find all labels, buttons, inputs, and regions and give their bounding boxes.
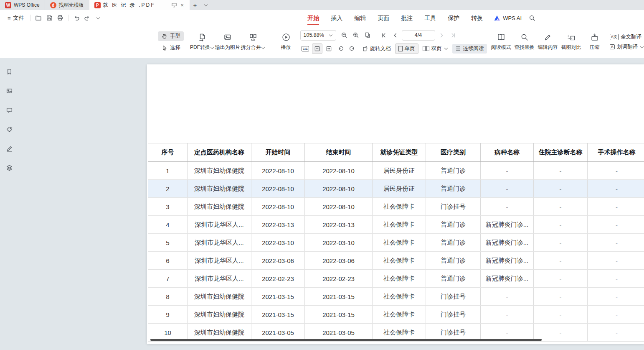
column-header: 医疗类别 xyxy=(426,143,481,162)
chevron-down-icon xyxy=(444,46,447,50)
open-file-button[interactable] xyxy=(33,13,44,23)
horizontal-scrollbar[interactable] xyxy=(150,339,542,341)
split-merge-button[interactable]: 拆分合并 xyxy=(241,31,266,53)
rotate-right-button[interactable] xyxy=(347,43,357,54)
menu-tab-开始[interactable]: 开始 xyxy=(302,10,325,26)
next-page-button[interactable] xyxy=(436,30,447,41)
monitor-icon[interactable] xyxy=(171,2,177,8)
reading-mode-button[interactable]: 阅读模式 xyxy=(489,31,513,53)
tab-docer-templates[interactable]: d 找稻壳模板 xyxy=(45,0,89,10)
zoom-level-select[interactable]: 105.88% xyxy=(300,30,336,41)
table-cell: - xyxy=(534,270,588,288)
rotate-document-button[interactable]: 旋转文档 xyxy=(359,44,394,54)
menu-tabs: 开始插入编辑页面批注工具保护转换 xyxy=(302,10,489,26)
actual-size-button[interactable]: 1:1 xyxy=(300,43,311,54)
full-text-translate-label: 全文翻译 xyxy=(621,33,641,41)
word-translate-icon: A xyxy=(610,44,615,49)
menu-tab-保护[interactable]: 保护 xyxy=(442,10,465,26)
play-button[interactable]: 播放 xyxy=(274,31,298,53)
translate-icon: A文 xyxy=(610,34,619,40)
hand-tool-button[interactable]: 手型 xyxy=(158,31,184,41)
divider xyxy=(270,32,270,51)
select-tool-label: 选择 xyxy=(170,44,180,51)
prev-page-button[interactable] xyxy=(390,30,401,41)
undo-button[interactable] xyxy=(71,13,82,23)
first-page-button[interactable] xyxy=(378,30,389,41)
tab-wps-office-label: WPS Office xyxy=(14,2,40,8)
comment-icon[interactable] xyxy=(4,105,14,115)
table-cell: 2022-03-13 xyxy=(305,216,373,234)
pdf-convert-button[interactable]: PDF转换 xyxy=(190,31,215,53)
table-cell: - xyxy=(588,180,644,198)
wps-ai-button[interactable]: WPS AI xyxy=(489,15,527,21)
zoom-in-button[interactable] xyxy=(351,30,361,41)
file-menu-label: 文件 xyxy=(13,14,24,22)
table-cell: - xyxy=(588,270,644,288)
layers-icon[interactable] xyxy=(4,163,14,173)
menu-tab-转换[interactable]: 转换 xyxy=(465,10,489,26)
fit-width-button[interactable] xyxy=(324,43,334,54)
compress-button[interactable]: 压缩 xyxy=(583,31,606,53)
export-image-label: 输出为图片 xyxy=(215,44,240,51)
thumbnail-icon[interactable] xyxy=(4,86,14,96)
table-cell: - xyxy=(534,216,588,234)
table-cell: 深圳市妇幼保健院 xyxy=(188,162,251,180)
tag-icon[interactable] xyxy=(4,124,14,134)
continuous-reading-label: 连续阅读 xyxy=(463,45,484,52)
close-tab-icon[interactable]: × xyxy=(180,2,185,8)
table-cell: - xyxy=(481,288,534,306)
double-page-button[interactable]: 双页 xyxy=(420,44,451,54)
print-button[interactable] xyxy=(55,13,66,23)
menu-tab-页面[interactable]: 页面 xyxy=(372,10,395,26)
table-cell: 新冠肺炎门诊... xyxy=(481,234,534,252)
bookmark-icon[interactable] xyxy=(4,66,14,77)
file-menu-button[interactable]: ≡ 文件 xyxy=(4,13,28,23)
export-as-image-button[interactable]: 输出为图片 xyxy=(215,31,241,53)
extract-pages-icon[interactable] xyxy=(363,30,373,41)
medical-records-table: 序号定点医药机构名称开始时间结束时间就诊凭证类型医疗类别病种名称住院主诊断名称手… xyxy=(148,143,644,342)
table-cell: 2022-08-10 xyxy=(305,180,373,198)
save-button[interactable] xyxy=(44,13,55,23)
docer-logo-icon: d xyxy=(50,2,56,8)
table-cell: 社会保障卡 xyxy=(373,270,426,288)
split-merge-label: 拆分合并 xyxy=(241,44,261,51)
hand-icon xyxy=(161,33,167,39)
table-cell: 2021-03-15 xyxy=(251,306,305,324)
table-row: 4深圳市龙华区人...2022-03-132022-03-13社会保障卡普通门诊… xyxy=(148,216,644,234)
menu-tab-编辑[interactable]: 编辑 xyxy=(348,10,372,26)
search-icon[interactable] xyxy=(527,13,538,23)
single-page-icon xyxy=(398,46,403,51)
table-cell: - xyxy=(534,162,588,180)
menu-tab-批注[interactable]: 批注 xyxy=(395,10,418,26)
redo-button[interactable] xyxy=(82,13,93,23)
menu-tab-工具[interactable]: 工具 xyxy=(418,10,442,26)
single-page-button[interactable]: 单页 xyxy=(395,43,418,54)
table-cell: 深圳市妇幼保健院 xyxy=(188,288,251,306)
continuous-reading-button[interactable]: 连续阅读 xyxy=(452,44,487,54)
last-page-button[interactable] xyxy=(448,30,459,41)
table-row: 8深圳市妇幼保健院2021-03-152021-03-15社会保障卡门诊挂号--… xyxy=(148,288,644,306)
page-number-input[interactable]: 4/4 xyxy=(402,30,435,41)
fit-page-button[interactable] xyxy=(312,43,322,54)
chevron-down-icon xyxy=(210,45,214,49)
signature-icon[interactable] xyxy=(4,143,14,153)
table-cell: 普通门诊 xyxy=(426,270,481,288)
pdf-page: 序号定点医药机构名称开始时间结束时间就诊凭证类型医疗类别病种名称住院主诊断名称手… xyxy=(147,64,644,344)
table-cell: 社会保障卡 xyxy=(373,198,426,216)
zoom-out-button[interactable] xyxy=(339,30,350,41)
rotate-left-button[interactable] xyxy=(335,43,346,54)
menu-tab-插入[interactable]: 插入 xyxy=(325,10,348,26)
table-cell: 门诊挂号 xyxy=(426,198,481,216)
history-dropdown[interactable] xyxy=(93,13,104,23)
full-text-translate-button[interactable]: A文 全文翻译 xyxy=(610,33,644,41)
edit-content-button[interactable]: 编辑内容 xyxy=(536,31,560,53)
select-tool-button[interactable]: 选择 xyxy=(158,43,184,53)
new-tab-button[interactable]: + xyxy=(190,0,200,10)
tab-wps-office[interactable]: W WPS Office xyxy=(0,0,45,10)
table-cell: 居民身份证 xyxy=(373,162,426,180)
word-translate-button[interactable]: A 划词翻译 xyxy=(610,43,644,51)
tab-document-pdf[interactable]: P 就 医 记 录 .PDF × xyxy=(89,0,190,10)
screenshot-compare-button[interactable]: 截图对比 xyxy=(560,31,583,53)
find-replace-button[interactable]: 查找替换 xyxy=(513,31,536,53)
tab-list-dropdown[interactable] xyxy=(200,0,211,10)
